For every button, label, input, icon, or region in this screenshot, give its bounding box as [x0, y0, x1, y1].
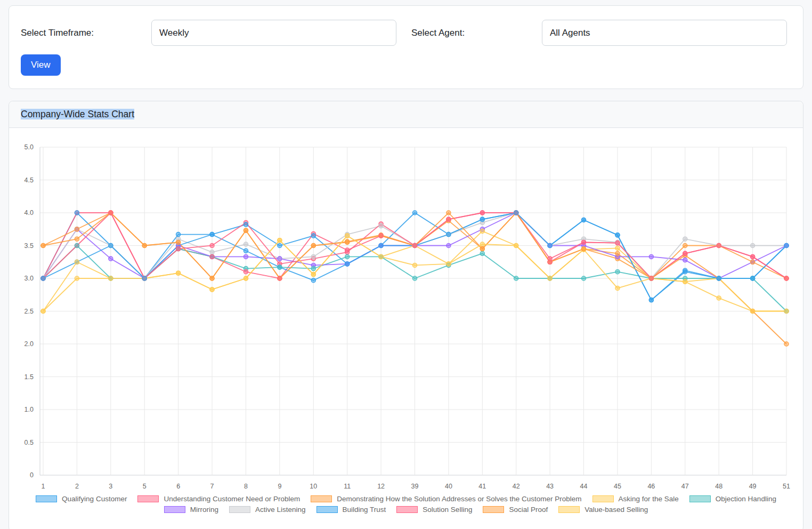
svg-text:40: 40 — [445, 483, 452, 490]
svg-text:45: 45 — [614, 483, 621, 490]
legend-item[interactable]: Qualifying Customer — [36, 495, 127, 503]
legend-label: Qualifying Customer — [62, 495, 127, 503]
legend-item[interactable]: Understanding Customer Need or Problem — [137, 495, 300, 503]
legend-swatch — [229, 506, 250, 513]
agent-label: Select Agent: — [411, 28, 542, 38]
svg-text:1.0: 1.0 — [25, 406, 34, 413]
svg-text:2: 2 — [75, 483, 79, 490]
svg-text:0: 0 — [30, 471, 34, 479]
svg-text:3.0: 3.0 — [25, 275, 34, 282]
legend-item[interactable]: Demonstrating How the Solution Addresses… — [311, 495, 581, 503]
legend-swatch — [558, 506, 580, 513]
legend-label: Mirroring — [190, 506, 218, 514]
view-button[interactable]: View — [21, 54, 61, 76]
legend-label: Understanding Customer Need or Problem — [164, 495, 300, 503]
svg-text:39: 39 — [411, 483, 419, 490]
svg-text:3: 3 — [109, 483, 112, 490]
chart-legend: Qualifying CustomerUnderstanding Custome… — [17, 495, 795, 514]
svg-text:42: 42 — [513, 483, 520, 490]
timeframe-label: Select Timeframe: — [21, 28, 151, 38]
legend-label: Asking for the Sale — [619, 495, 679, 503]
svg-text:44: 44 — [580, 483, 588, 490]
svg-text:43: 43 — [546, 483, 554, 490]
chart-tick-labels: 00.51.01.52.02.53.03.54.04.55.0123567891… — [25, 143, 790, 490]
svg-text:2.0: 2.0 — [25, 340, 34, 348]
svg-text:47: 47 — [681, 483, 689, 490]
chart-grid — [40, 147, 786, 475]
chart-card-body: 00.51.01.52.02.53.03.54.04.55.0123567891… — [9, 128, 803, 529]
legend-swatch — [311, 495, 332, 502]
legend-item[interactable]: Solution Selling — [396, 506, 472, 514]
svg-text:7: 7 — [210, 483, 214, 490]
legend-swatch — [592, 495, 614, 502]
svg-text:5: 5 — [143, 483, 147, 490]
legend-item[interactable]: Mirroring — [164, 506, 218, 514]
legend-label: Social Proof — [509, 506, 548, 514]
legend-label: Objection Handling — [716, 495, 776, 503]
chart-card-header: Company-Wide Stats Chart — [9, 101, 803, 128]
svg-text:12: 12 — [377, 483, 385, 490]
legend-item[interactable]: Social Proof — [483, 506, 548, 514]
filter-panel: Select Timeframe: Select Agent: View — [9, 5, 803, 89]
svg-text:4.0: 4.0 — [25, 209, 34, 217]
legend-swatch — [396, 506, 418, 513]
svg-text:6: 6 — [176, 483, 180, 490]
svg-text:10: 10 — [310, 483, 317, 490]
svg-text:8: 8 — [244, 483, 248, 490]
svg-text:51: 51 — [783, 483, 790, 490]
legend-item[interactable]: Building Trust — [316, 506, 386, 514]
svg-text:11: 11 — [344, 483, 351, 490]
svg-text:5.0: 5.0 — [25, 143, 34, 151]
svg-text:2.5: 2.5 — [25, 308, 34, 315]
legend-item[interactable]: Active Listening — [229, 506, 306, 514]
svg-text:9: 9 — [278, 483, 281, 490]
svg-text:3.5: 3.5 — [25, 242, 34, 250]
legend-label: Value-based Selling — [584, 506, 648, 514]
svg-text:0.5: 0.5 — [25, 439, 34, 446]
legend-swatch — [316, 506, 338, 513]
timeframe-control-group: Select Timeframe: — [21, 20, 396, 46]
legend-swatch — [689, 495, 711, 502]
legend-label: Solution Selling — [423, 506, 472, 514]
timeframe-input[interactable] — [151, 20, 396, 46]
legend-item[interactable]: Objection Handling — [689, 495, 776, 503]
company-stats-card: Company-Wide Stats Chart 00.51.01.52.02.… — [9, 101, 803, 529]
svg-text:46: 46 — [647, 483, 655, 490]
svg-text:49: 49 — [749, 483, 757, 490]
legend-swatch — [137, 495, 159, 502]
svg-text:4.5: 4.5 — [25, 177, 34, 184]
legend-item[interactable]: Asking for the Sale — [592, 495, 679, 503]
svg-text:1: 1 — [42, 483, 45, 490]
svg-text:41: 41 — [478, 483, 486, 490]
legend-swatch — [483, 506, 504, 513]
legend-label: Active Listening — [255, 506, 306, 514]
legend-swatch — [36, 495, 57, 502]
legend-swatch — [164, 506, 185, 513]
chart-card-title: Company-Wide Stats Chart — [21, 109, 134, 119]
stats-line-chart: 00.51.01.52.02.53.03.54.04.55.0123567891… — [13, 133, 799, 494]
legend-label: Building Trust — [343, 506, 386, 514]
legend-label: Demonstrating How the Solution Addresses… — [337, 495, 581, 503]
agent-input[interactable] — [542, 20, 787, 46]
svg-text:1.5: 1.5 — [25, 373, 34, 381]
svg-text:48: 48 — [715, 483, 722, 490]
agent-control-group: Select Agent: — [411, 20, 787, 46]
legend-item[interactable]: Value-based Selling — [558, 506, 648, 514]
line-chart-svg: 00.51.01.52.02.53.03.54.04.55.0123567891… — [13, 133, 799, 494]
